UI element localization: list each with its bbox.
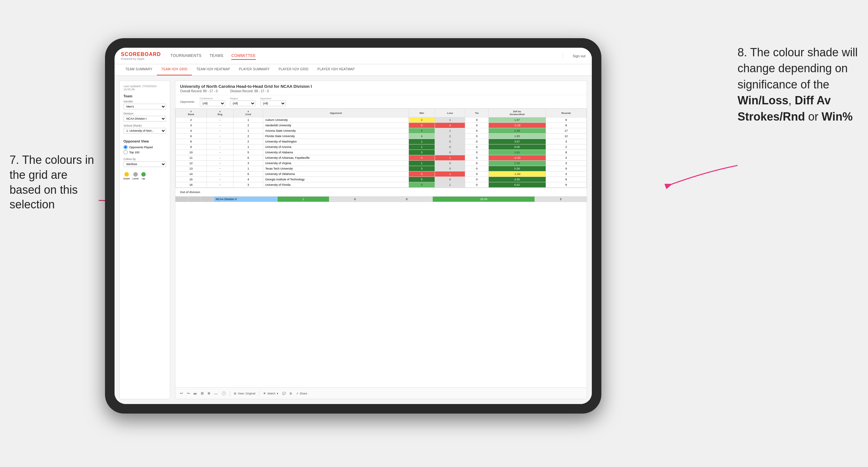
sub-nav-player-h2h-grid[interactable]: PLAYER H2H GRID <box>274 64 313 75</box>
cell-conf: 4 <box>233 177 263 182</box>
cell-reg: - <box>207 128 233 134</box>
watch-btn[interactable]: 👁 Watch ▾ <box>263 392 278 395</box>
cell-win: 5 <box>408 177 435 182</box>
sub-nav-player-summary[interactable]: PLAYER SUMMARY <box>235 64 274 75</box>
nav-teams[interactable]: TEAMS <box>210 52 224 60</box>
cell-reg: - <box>207 123 233 128</box>
sub-nav-player-h2h-heatmap[interactable]: PLAYER H2H HEATMAP <box>313 64 359 75</box>
sign-out-button[interactable]: Sign out <box>573 54 585 58</box>
cell-diff: 9.00 <box>488 145 546 150</box>
cell-loss: 1 <box>435 117 465 123</box>
cell-tie: 0 <box>465 172 488 177</box>
clock-icon[interactable]: 🕐 <box>221 391 226 396</box>
nav-committee[interactable]: COMMITTEE <box>231 52 256 60</box>
cell-tie: 0 <box>465 161 488 166</box>
school-select[interactable]: 1. University of Nort... <box>123 128 166 134</box>
main-content: Last Updated: 27/03/2024 16:55:38 Team G… <box>115 76 592 404</box>
team-section-title: Team <box>123 94 166 98</box>
cell-reg: - <box>207 134 233 139</box>
cell-win: 3 <box>408 182 435 188</box>
odiv-rounds: 3 <box>535 196 587 202</box>
cell-loss: 0 <box>435 161 465 166</box>
cell-conf: 5 <box>233 150 263 155</box>
cell-conf: 2 <box>233 139 263 145</box>
cell-tie: 0 <box>465 155 488 161</box>
opponent-filter-select[interactable]: (All) <box>260 100 286 106</box>
sub-nav-team-h2h-heatmap[interactable]: TEAM H2H HEATMAP <box>192 64 235 75</box>
sub-nav-team-h2h-grid[interactable]: TEAM H2H GRID <box>157 64 192 75</box>
out-of-division-label: Out of division <box>175 188 587 196</box>
logo-text: SCOREBOARD <box>121 52 161 57</box>
cell-loss: 0 <box>435 166 465 172</box>
logo-area: SCOREBOARD Powered by clippd <box>121 52 161 60</box>
tablet-screen: SCOREBOARD Powered by clippd TOURNAMENTS… <box>115 48 592 404</box>
top100-option[interactable]: Top 100 <box>123 150 166 154</box>
cell-reg: - <box>207 145 233 150</box>
view-original-btn[interactable]: ⊞ View: Original <box>234 392 255 395</box>
cell-opponent: University of Arizona <box>263 145 408 150</box>
table-row: 9 - 1 University of Arizona 1 0 0 9.00 2 <box>176 145 587 150</box>
col-conf: #Conf <box>233 109 263 117</box>
legend-level-dot <box>133 172 138 177</box>
logo-subtitle: Powered by clippd <box>121 57 145 60</box>
undo-icon[interactable]: ↩ <box>180 391 183 396</box>
nav-tournaments[interactable]: TOURNAMENTS <box>170 52 202 60</box>
cell-opponent: Florida State University <box>263 134 408 139</box>
division-label: Division <box>123 112 166 115</box>
cell-diff: 1.67 <box>488 117 546 123</box>
opponent-played-option[interactable]: Opponents Played <box>123 145 166 149</box>
filter-region: Region (All) <box>230 97 255 106</box>
cell-reg: - <box>207 182 233 188</box>
table-row: 15 - 4 Georgia Institute of Technology 5… <box>176 177 587 182</box>
plus-icon[interactable]: ⊕ <box>208 391 210 396</box>
opponent-filter-label: Opponent <box>260 97 286 100</box>
cell-rank: 16 <box>176 182 207 188</box>
col-rank: #Rank <box>176 109 207 117</box>
toolbar-divider-1 <box>230 391 230 396</box>
cell-rank: 6 <box>176 134 207 139</box>
cell-conf: 1 <box>233 145 263 150</box>
crop-icon[interactable]: ⊞ <box>201 391 204 396</box>
col-diff: Diff AvStrokes/Rnd <box>488 109 546 117</box>
cell-opponent: Georgia Institute of Technology <box>263 177 408 182</box>
cell-tie: 0 <box>465 182 488 188</box>
cell-diff: -2.29 <box>488 123 546 128</box>
sub-nav-team-summary[interactable]: TEAM SUMMARY <box>121 64 157 75</box>
table-row: 14 - 6 University of Oklahoma 0 1 0 -1.0… <box>176 172 587 177</box>
cell-win: 2 <box>408 117 435 123</box>
col-loss: Loss <box>435 109 465 117</box>
conference-filter-label: Conference <box>200 97 225 100</box>
cell-rounds: 8 <box>546 123 586 128</box>
annotation-left: 7. The colours in the grid are based on … <box>9 153 99 212</box>
cell-tie: 0 <box>465 117 488 123</box>
dash-icon[interactable]: — <box>214 392 218 396</box>
h2h-table: #Rank #Reg #Conf Opponent Win Loss Tie D… <box>175 108 587 188</box>
share-icons-btn[interactable]: ⊞ <box>289 392 292 395</box>
feedback-btn[interactable]: 💬 <box>282 392 286 395</box>
conference-filter-select[interactable]: (All) <box>200 100 225 106</box>
gender-select[interactable]: Men's <box>123 104 166 110</box>
colour-by-select[interactable]: Win/loss <box>123 161 166 167</box>
cell-rank: 8 <box>176 139 207 145</box>
cell-rank: 14 <box>176 172 207 177</box>
cell-diff: 1.83 <box>488 134 546 139</box>
share-btn[interactable]: ↗ Share <box>296 392 307 395</box>
bottom-toolbar: ↩ ↪ ⏭ ⊞ ⊕ — 🕐 ⊞ View: Original 👁 Wa <box>175 387 587 399</box>
region-filter-select[interactable]: (All) <box>230 100 255 106</box>
share-icon: ⊞ <box>289 392 292 395</box>
division-record: Division Record: 88 - 17 - 0 <box>230 89 269 93</box>
cell-rank: 9 <box>176 145 207 150</box>
cell-reg: - <box>207 172 233 177</box>
cell-opponent: Auburn University <box>263 117 408 123</box>
cell-win: 1 <box>408 139 435 145</box>
cell-tie: 0 <box>465 123 488 128</box>
cell-win: 5 <box>408 128 435 134</box>
forward-icon[interactable]: ⏭ <box>193 392 197 396</box>
odiv-loss: 0 <box>329 196 381 202</box>
cell-loss: 0 <box>435 139 465 145</box>
division-select[interactable]: NCAA Division I <box>123 116 166 122</box>
grid-panel: University of North Carolina Head-to-Hea… <box>175 81 587 399</box>
redo-icon[interactable]: ↪ <box>187 391 190 396</box>
cell-win: 0 <box>408 155 435 161</box>
odiv-reg <box>188 196 201 202</box>
